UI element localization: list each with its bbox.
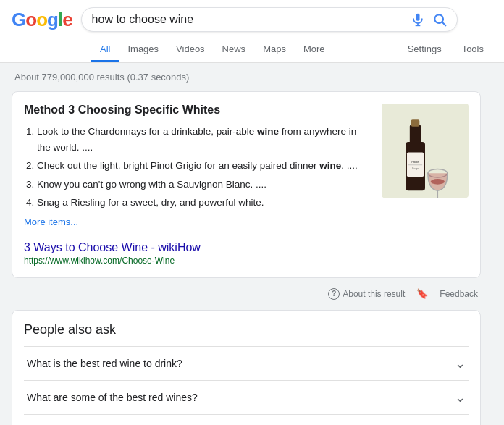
ask-question-1: What is the best red wine to drink? xyxy=(27,358,182,369)
svg-line-4 xyxy=(442,22,445,26)
tab-more[interactable]: More xyxy=(295,38,334,62)
list-item: Know you can't go wrong with a Sauvignon… xyxy=(37,177,370,193)
tab-images[interactable]: Images xyxy=(119,38,167,62)
nav-right: Settings Tools xyxy=(399,38,492,62)
svg-rect-8 xyxy=(411,119,420,127)
results-count: About 779,000,000 results (0.37 seconds) xyxy=(12,72,481,83)
svg-rect-0 xyxy=(416,14,419,21)
ask-item-3[interactable]: Which are the sweet wines? ⌄ xyxy=(24,414,469,425)
tab-news[interactable]: News xyxy=(214,38,255,62)
search-icons xyxy=(411,12,447,27)
result-link: 3 Ways to Choose Wine - wikiHow https://… xyxy=(24,235,370,266)
svg-text:Rouge: Rouge xyxy=(412,167,419,170)
tab-videos[interactable]: Videos xyxy=(167,38,214,62)
search-input[interactable]: how to choose wine xyxy=(92,13,411,26)
about-label[interactable]: About this result xyxy=(343,289,405,299)
featured-snippet: Method 3 Choosing Specific Whites Look t… xyxy=(12,91,481,278)
tab-tools[interactable]: Tools xyxy=(453,38,492,62)
main-content: About 779,000,000 results (0.37 seconds)… xyxy=(0,63,492,425)
chevron-icon-2: ⌄ xyxy=(455,390,466,405)
more-items-link[interactable]: More items... xyxy=(24,216,370,227)
search-icon[interactable] xyxy=(432,12,447,27)
snippet-content: Method 3 Choosing Specific Whites Look t… xyxy=(24,104,370,266)
feedback-label[interactable]: Feedback xyxy=(440,289,478,299)
about-result[interactable]: ? About this result xyxy=(328,288,405,300)
list-item: Look to the Chardonnays for a drinkable,… xyxy=(37,124,370,155)
people-ask-title: People also ask xyxy=(24,322,469,337)
ask-question-2: What are some of the best red wines? xyxy=(27,392,198,403)
nav-tabs: All Images Videos News Maps More Setting… xyxy=(12,38,492,62)
result-url: https://www.wikihow.com/Choose-Wine xyxy=(24,256,370,266)
microphone-icon[interactable] xyxy=(411,12,425,27)
tab-maps[interactable]: Maps xyxy=(254,38,295,62)
tab-all[interactable]: All xyxy=(91,38,119,62)
list-item: Check out the light, bright Pinot Grigio… xyxy=(37,158,370,174)
result-footer: ? About this result 🔖 Feedback xyxy=(12,284,481,304)
svg-point-14 xyxy=(431,179,445,185)
bookmark-icon: 🔖 xyxy=(416,288,428,299)
wine-image: Palais Rouge xyxy=(382,104,469,198)
search-bar: how to choose wine xyxy=(81,7,458,32)
ask-item-1[interactable]: What is the best red wine to drink? ⌄ xyxy=(24,346,469,380)
tab-settings[interactable]: Settings xyxy=(399,38,450,62)
header: Google how to choose wine xyxy=(0,0,504,63)
snippet-list: Look to the Chardonnays for a drinkable,… xyxy=(24,124,370,211)
svg-rect-7 xyxy=(410,125,421,144)
snippet-title: Method 3 Choosing Specific Whites xyxy=(24,104,370,117)
list-item: Snag a Riesling for a sweet, dry, and po… xyxy=(37,195,370,211)
people-also-ask-box: People also ask What is the best red win… xyxy=(12,310,481,425)
svg-text:Palais: Palais xyxy=(411,161,419,164)
svg-rect-9 xyxy=(407,152,424,177)
info-icon: ? xyxy=(328,288,340,300)
ask-item-2[interactable]: What are some of the best red wines? ⌄ xyxy=(24,380,469,414)
header-top: Google how to choose wine xyxy=(12,7,492,32)
result-title-link[interactable]: 3 Ways to Choose Wine - wikiHow xyxy=(24,241,201,253)
chevron-icon-1: ⌄ xyxy=(455,355,466,371)
google-logo: Google xyxy=(12,9,72,31)
